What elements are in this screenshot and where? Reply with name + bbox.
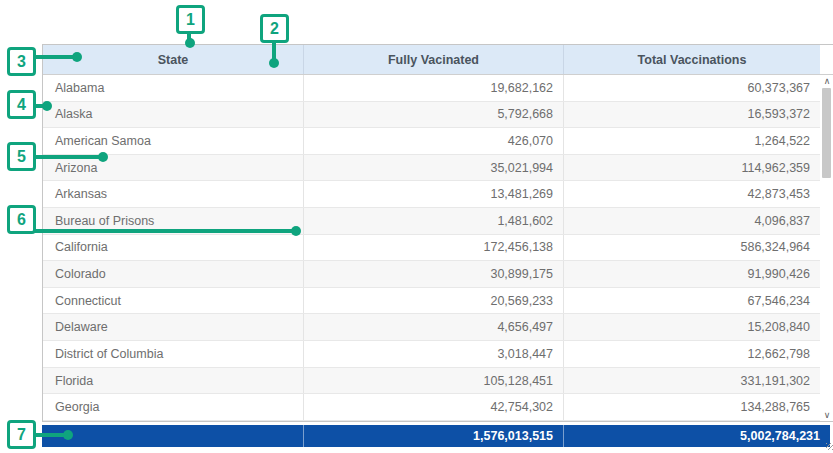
annotation-marker-2: 2 bbox=[260, 14, 289, 43]
totals-cell-total-vaccinations: 5,002,784,231 bbox=[563, 425, 830, 447]
cell-total-vaccinations: 42,873,453 bbox=[564, 181, 820, 207]
callout-line-3 bbox=[33, 55, 77, 59]
table-row[interactable]: Connecticut 20,569,233 67,546,234 bbox=[43, 288, 820, 315]
table-row[interactable]: Florida 105,128,451 331,191,302 bbox=[43, 368, 820, 395]
totals-row: 1,576,013,515 5,002,784,231 bbox=[42, 425, 830, 447]
column-header-total-vaccinations[interactable]: Total Vaccinations bbox=[564, 45, 820, 74]
cell-fully-vaccinated: 4,656,497 bbox=[304, 314, 564, 340]
cell-fully-vaccinated: 105,128,451 bbox=[304, 368, 564, 394]
cell-state: American Samoa bbox=[43, 128, 304, 154]
totals-cell-state bbox=[42, 425, 303, 447]
cell-total-vaccinations: 4,096,837 bbox=[564, 208, 820, 234]
table-row[interactable]: American Samoa 426,070 1,264,522 bbox=[43, 128, 820, 155]
annotation-marker-3: 3 bbox=[7, 47, 36, 76]
cell-fully-vaccinated: 3,018,447 bbox=[304, 341, 564, 367]
cell-fully-vaccinated: 5,792,668 bbox=[304, 102, 564, 128]
column-header-state[interactable]: State bbox=[43, 45, 304, 74]
callout-dot-1 bbox=[185, 38, 195, 48]
scroll-down-icon[interactable]: ∨ bbox=[820, 410, 833, 420]
cell-state: Arkansas bbox=[43, 181, 304, 207]
callout-line-5 bbox=[33, 155, 103, 159]
cell-fully-vaccinated: 20,569,233 bbox=[304, 288, 564, 314]
table-header-row: State Fully Vacinated Total Vaccinations bbox=[43, 45, 833, 75]
cell-total-vaccinations: 15,208,840 bbox=[564, 314, 820, 340]
cell-total-vaccinations: 12,662,798 bbox=[564, 341, 820, 367]
table-row[interactable]: California 172,456,138 586,324,964 bbox=[43, 235, 820, 262]
cell-fully-vaccinated: 426,070 bbox=[304, 128, 564, 154]
table-row[interactable]: District of Columbia 3,018,447 12,662,79… bbox=[43, 341, 820, 368]
cell-fully-vaccinated: 42,754,302 bbox=[304, 394, 564, 420]
callout-line-6 bbox=[33, 229, 296, 233]
table-rows: Alabama 19,682,162 60,373,367 Alaska 5,7… bbox=[43, 75, 820, 421]
cell-state: Delaware bbox=[43, 314, 304, 340]
column-header-fully-vaccinated[interactable]: Fully Vacinated bbox=[304, 45, 564, 74]
table-row[interactable]: Colorado 30,899,175 91,990,426 bbox=[43, 261, 820, 288]
table-row[interactable]: Arizona 35,021,994 114,962,359 bbox=[43, 155, 820, 182]
callout-dot-5 bbox=[98, 152, 108, 162]
cell-state: Connecticut bbox=[43, 288, 304, 314]
annotation-marker-6: 6 bbox=[7, 205, 36, 234]
cell-total-vaccinations: 586,324,964 bbox=[564, 235, 820, 261]
cell-total-vaccinations: 331,191,302 bbox=[564, 368, 820, 394]
cell-total-vaccinations: 91,990,426 bbox=[564, 261, 820, 287]
cell-state: Colorado bbox=[43, 261, 304, 287]
scroll-up-icon[interactable]: ∧ bbox=[820, 76, 833, 86]
cell-state: Georgia bbox=[43, 394, 304, 420]
callout-dot-2 bbox=[269, 58, 279, 68]
callout-dot-7 bbox=[63, 430, 73, 440]
cell-total-vaccinations: 134,288,765 bbox=[564, 394, 820, 420]
annotation-marker-1: 1 bbox=[176, 5, 205, 34]
annotation-marker-4: 4 bbox=[7, 90, 36, 119]
table-row[interactable]: Alaska 5,792,668 16,593,372 bbox=[43, 102, 820, 129]
scrollbar-thumb[interactable] bbox=[822, 88, 831, 178]
callout-dot-6 bbox=[291, 226, 301, 236]
table-row[interactable]: Georgia 42,754,302 134,288,765 bbox=[43, 394, 820, 421]
table-row[interactable]: Arkansas 13,481,269 42,873,453 bbox=[43, 181, 820, 208]
resize-grip[interactable] bbox=[826, 443, 833, 450]
attribute-table: State Fully Vacinated Total Vaccinations… bbox=[42, 44, 833, 447]
table-body: Alabama 19,682,162 60,373,367 Alaska 5,7… bbox=[43, 75, 833, 421]
totals-cell-fully-vaccinated: 1,576,013,515 bbox=[303, 425, 563, 447]
vertical-scrollbar[interactable]: ∧ ∨ bbox=[820, 75, 833, 421]
cell-fully-vaccinated: 19,682,162 bbox=[304, 75, 564, 101]
cell-total-vaccinations: 16,593,372 bbox=[564, 102, 820, 128]
table-row[interactable]: Delaware 4,656,497 15,208,840 bbox=[43, 314, 820, 341]
cell-fully-vaccinated: 172,456,138 bbox=[304, 235, 564, 261]
callout-dot-3 bbox=[72, 52, 82, 62]
cell-total-vaccinations: 67,546,234 bbox=[564, 288, 820, 314]
table-main: State Fully Vacinated Total Vaccinations… bbox=[42, 44, 833, 422]
cell-state: Florida bbox=[43, 368, 304, 394]
cell-fully-vaccinated: 35,021,994 bbox=[304, 155, 564, 181]
cell-total-vaccinations: 60,373,367 bbox=[564, 75, 820, 101]
annotation-marker-7: 7 bbox=[7, 420, 36, 449]
table-row[interactable]: Alabama 19,682,162 60,373,367 bbox=[43, 75, 820, 102]
cell-fully-vaccinated: 1,481,602 bbox=[304, 208, 564, 234]
header-scrollbar-corner bbox=[820, 45, 833, 74]
cell-state: District of Columbia bbox=[43, 341, 304, 367]
cell-fully-vaccinated: 30,899,175 bbox=[304, 261, 564, 287]
annotation-marker-5: 5 bbox=[7, 142, 36, 171]
cell-state: California bbox=[43, 235, 304, 261]
cell-fully-vaccinated: 13,481,269 bbox=[304, 181, 564, 207]
cell-total-vaccinations: 114,962,359 bbox=[564, 155, 820, 181]
cell-total-vaccinations: 1,264,522 bbox=[564, 128, 820, 154]
screenshot-canvas: State Fully Vacinated Total Vaccinations… bbox=[0, 0, 833, 453]
cell-state: Alaska bbox=[43, 102, 304, 128]
callout-dot-4 bbox=[42, 101, 52, 111]
cell-state: Alabama bbox=[43, 75, 304, 101]
